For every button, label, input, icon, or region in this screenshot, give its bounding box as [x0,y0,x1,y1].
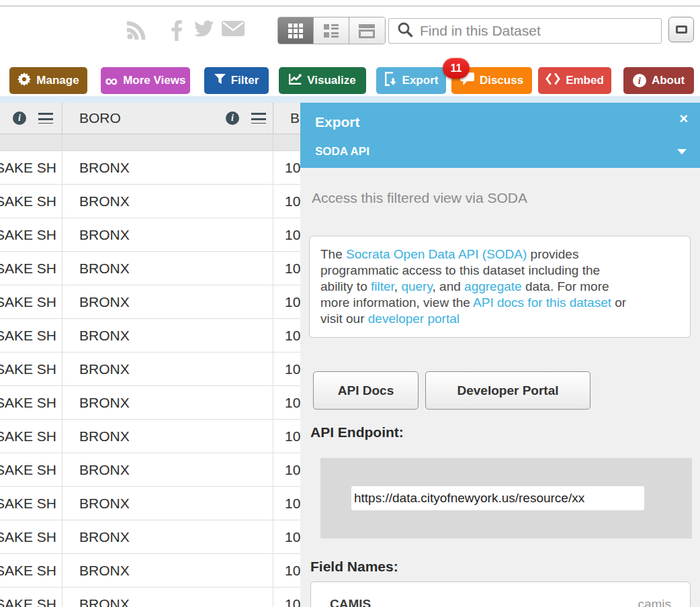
field-api-name: camis [638,597,671,607]
api-endpoint-label: API Endpoint: [310,424,700,440]
page-view-button[interactable] [349,17,385,44]
toolbar-divider [0,96,700,103]
cell-boro[interactable]: BRONX [62,185,273,218]
inline-link[interactable]: developer portal [368,312,460,326]
info-icon: i [633,74,646,87]
inline-link[interactable]: aggregate [464,279,522,293]
column-info-icon[interactable]: i [226,111,239,125]
cell-boro[interactable]: BRONX [62,151,273,184]
cell-name[interactable]: SAKE SH [0,554,62,587]
column-info-icon[interactable]: i [13,111,26,125]
cell-name[interactable]: SAKE SH [0,151,62,184]
search-icon [397,21,413,40]
view-mode-toggle [277,17,386,44]
text-segment: visit our [320,312,368,326]
fullscreen-icon [676,26,687,34]
chart-icon [289,73,302,88]
cell-boro[interactable]: BRONX [62,520,273,553]
cell-name[interactable]: SAKE SH [0,386,62,419]
inline-link[interactable]: Socrata Open Data API (SODA) [346,247,527,261]
filter-button[interactable]: Filter [204,67,269,94]
cell-boro[interactable]: BRONX [62,487,273,520]
inline-link[interactable]: query [401,279,432,293]
export-label: Export [402,74,439,87]
cell-boro[interactable]: BRONX [62,386,273,419]
column-header-boro[interactable]: BORO i [62,103,273,134]
email-icon[interactable] [222,20,245,37]
fullscreen-button[interactable] [668,17,694,42]
cell-name[interactable]: SAKE SH [0,285,62,318]
cell-name[interactable]: SAKE SH [0,487,62,520]
cell-name[interactable]: SAKE SH [0,453,62,486]
embed-label: Embed [566,74,604,87]
export-doc-icon [384,72,397,89]
cell-boro[interactable]: BRONX [62,453,273,486]
column-menu-icon[interactable] [38,113,53,124]
filter-label: Filter [231,74,259,87]
soda-description-box: The Socrata Open Data API (SODA) provide… [309,236,691,338]
cell-name[interactable]: SAKE SH [0,353,62,385]
code-brackets-icon [545,73,560,88]
export-panel-body: Access this filtered view via SODA The S… [300,168,700,607]
rich-view-button[interactable] [314,17,349,44]
cell-name[interactable]: SAKE SH [0,218,62,251]
cell-name[interactable]: SAKE SH [0,185,62,218]
section-label: SODA API [315,145,369,158]
discuss-count-badge[interactable]: 11 [443,58,470,79]
developer-portal-button[interactable]: Developer Portal [425,371,590,410]
header-bar [0,7,700,62]
api-button-row: API Docs Developer Portal [313,371,700,410]
cell-boro[interactable]: BRONX [62,588,273,607]
text-segment: data. For more [522,279,609,293]
facebook-icon[interactable] [171,20,183,41]
embed-button[interactable]: Embed [538,67,611,94]
text-segment: or [611,295,626,310]
text-segment: programmatic access to this dataset incl… [320,263,600,277]
search-input[interactable] [420,23,656,39]
manage-label: Manage [36,74,79,87]
inline-link[interactable]: API docs for this dataset [473,295,611,310]
cell-boro[interactable]: BRONX [62,218,273,251]
text-segment: The [320,247,346,261]
dataset-search [388,18,662,44]
api-endpoint-box [320,458,692,539]
more-views-button[interactable]: ∞ More Views [101,67,190,94]
cell-name[interactable]: SAKE SH [0,252,62,285]
field-names-box: CAMIScamis [310,581,691,607]
infinity-icon: ∞ [105,74,118,87]
chevron-down-icon[interactable] [677,149,687,154]
twitter-icon[interactable] [194,20,214,37]
text-segment: provides [527,247,578,261]
funnel-icon [214,74,226,88]
cell-boro[interactable]: BRONX [62,252,273,285]
api-endpoint-input[interactable] [351,486,644,510]
column-label: B [290,110,300,126]
visualize-label: Visualize [307,74,355,87]
rss-icon[interactable] [126,20,146,40]
text-segment: , [394,279,402,293]
cell-name[interactable]: SAKE SH [0,520,62,553]
grid-view-button[interactable] [278,17,314,44]
cell-boro[interactable]: BRONX [62,554,273,587]
column-menu-icon[interactable] [251,113,266,124]
column-header-1[interactable]: i [0,103,62,134]
close-icon[interactable]: × [679,112,688,126]
field-display-name: CAMIS [330,597,371,607]
cell-boro[interactable]: BRONX [62,420,273,453]
visualize-button[interactable]: Visualize [279,67,366,94]
soda-api-section-header[interactable]: SODA API [300,130,700,168]
inline-link[interactable]: filter [371,279,394,293]
cell-boro[interactable]: BRONX [62,319,273,352]
api-docs-button[interactable]: API Docs [313,371,419,410]
export-button[interactable]: Export [376,67,446,94]
cell-boro[interactable]: BRONX [62,285,273,318]
cell-name[interactable]: SAKE SH [0,420,62,453]
about-button[interactable]: i About [623,67,694,94]
manage-button[interactable]: Manage [9,67,87,94]
field-names-label: Field Names: [310,559,700,575]
cell-boro[interactable]: BRONX [62,353,273,385]
cell-name[interactable]: SAKE SH [0,588,62,607]
text-segment: more information, view the [320,295,473,310]
column-label: BORO [79,110,121,126]
cell-name[interactable]: SAKE SH [0,319,62,352]
